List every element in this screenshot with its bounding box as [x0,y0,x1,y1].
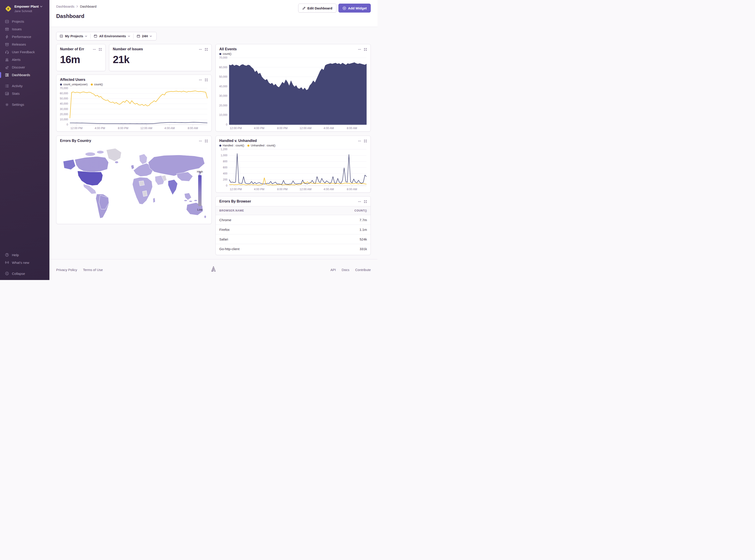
sidebar-item-what-s-new[interactable]: What's new [0,259,50,266]
footer-privacy-policy-link[interactable]: Privacy Policy [56,268,77,272]
card-menu-ellipsis-icon[interactable] [199,48,202,51]
card-menu-ellipsis-icon[interactable] [199,139,202,143]
org-switcher[interactable]: Empower Plant Jane Schmidt [0,0,50,18]
all-events-chart[interactable]: 010,00020,00030,00040,00050,00060,00070,… [216,56,369,131]
svg-text:8:00 PM: 8:00 PM [118,127,129,130]
footer-docs-link[interactable]: Docs [342,268,349,272]
legend-item[interactable]: count_unique(user) [60,83,88,86]
country-alaska[interactable] [63,159,76,169]
legend-item[interactable]: count() [219,52,231,56]
svg-text:20,000: 20,000 [219,104,227,107]
legend-item[interactable]: Handled : count() [219,144,244,147]
add-widget-button[interactable]: Add Widget [338,4,371,13]
help-icon [5,253,9,257]
number-of-errors-value: 16m [56,51,105,65]
country-usa[interactable] [78,171,103,185]
sidebar-item-dashboards[interactable]: Dashboards [0,71,50,79]
sidebar-item-label: Projects [12,20,24,23]
card-expand-icon[interactable] [364,139,367,143]
chevron-down-icon [150,36,152,37]
number-of-issues-value: 21k [109,51,211,65]
table-row[interactable]: Chrome7.7m [216,215,370,225]
projects-icon [5,20,9,24]
footer-terms-of-use-link[interactable]: Terms of Use [83,268,103,272]
card-expand-icon[interactable] [205,78,208,81]
region-indonesia[interactable] [189,201,192,202]
card-menu-ellipsis-icon[interactable] [358,200,361,203]
handled-v-unhandled-chart[interactable]: 02004006008001,0001,20012:00 PM4:00 PM8:… [216,147,369,192]
table-row[interactable]: Safari524k [216,235,370,244]
date-range-filter[interactable]: 24H [134,32,155,40]
card-expand-icon[interactable] [364,48,367,51]
legend-label: count_unique(user) [63,83,88,86]
sidebar-item-label: Issues [12,27,22,31]
pencil-icon [302,6,306,10]
card-expand-icon[interactable] [205,139,208,143]
card-title: Number of Issues [113,47,143,51]
table-row[interactable]: Firefox1.1m [216,225,370,235]
card-menu-ellipsis-icon[interactable] [199,78,202,81]
country-new-zealand[interactable] [204,215,206,218]
region-se-asia[interactable] [184,193,191,200]
arctic-islands[interactable] [97,151,104,154]
legend-label: Unhandled : count() [251,144,275,147]
sidebar-item-releases[interactable]: Releases [0,41,50,48]
count-cell: 7.7m [360,218,367,222]
edit-dashboard-button[interactable]: Edit Dashboard [298,4,336,13]
legend-item[interactable]: count() [91,83,103,86]
projects-filter-icon [60,34,63,38]
country-uk[interactable] [131,165,134,169]
sidebar-item-performance[interactable]: Performance [0,33,50,41]
legend-item[interactable]: Unhandled : count() [247,144,275,147]
country-mexico[interactable] [83,184,96,194]
sidebar-item-stats[interactable]: Stats [0,90,50,97]
sidebar-item-collapse[interactable]: Collapse [0,270,50,277]
sidebar-item-alerts[interactable]: Alerts [0,56,50,63]
country-china[interactable] [177,172,193,181]
sidebar-item-issues[interactable]: Issues [0,25,50,33]
chevron-down-icon [128,36,130,37]
sidebar-item-discover[interactable]: Discover [0,63,50,71]
sidebar-item-user-feedback[interactable]: User Feedback [0,48,50,56]
affected-users-chart[interactable]: 010,00020,00030,00040,00050,00060,00070,… [57,86,210,131]
country-iceland[interactable] [115,161,118,163]
region-scandinavia[interactable] [139,154,147,164]
card-expand-icon[interactable] [364,200,367,203]
sidebar-item-projects[interactable]: Projects [0,18,50,25]
svg-text:8:00 AM: 8:00 AM [188,127,198,130]
card-menu-ellipsis-icon[interactable] [358,139,361,143]
card-title: Handled v. Unhandled [219,139,257,143]
org-user: Jane Schmidt [14,9,32,13]
card-expand-icon[interactable] [99,48,102,51]
card-title: All Events [219,47,237,51]
breadcrumb-dashboards-link[interactable]: Dashboards [56,4,74,8]
country-madagascar[interactable] [153,198,155,203]
svg-text:12:00 AM: 12:00 AM [140,127,152,130]
card-title: Errors By Browser [219,199,251,203]
sidebar-item-settings[interactable]: Settings [0,101,50,108]
region-indonesia[interactable] [184,200,188,201]
card-menu-ellipsis-icon[interactable] [358,48,361,51]
environments-filter[interactable]: All Environments [91,32,133,40]
region-africa-gray-2[interactable] [142,191,147,197]
user-feedback-icon [5,50,9,54]
region-russia-asia[interactable] [148,155,205,176]
country-greenland[interactable] [106,148,121,161]
footer-contribute-link[interactable]: Contribute [355,268,371,272]
region-africa-gray-1[interactable] [139,181,144,186]
table-row[interactable]: Go-http-client331k [216,244,370,254]
card-menu-ellipsis-icon[interactable] [93,48,96,51]
sidebar-item-label: Stats [12,92,20,96]
svg-text:70,000: 70,000 [60,87,68,90]
world-map: High Low [59,143,209,224]
svg-text:4:00 AM: 4:00 AM [324,188,334,191]
card-expand-icon[interactable] [205,48,208,51]
sidebar-item-help[interactable]: Help [0,251,50,259]
sidebar-item-label: User Feedback [12,50,35,54]
footer-api-link[interactable]: API [330,268,336,272]
svg-text:600: 600 [223,166,227,169]
sidebar-item-label: Activity [12,84,23,88]
sidebar-item-activity[interactable]: Activity [0,82,50,90]
projects-filter[interactable]: My Projects [56,32,90,40]
arctic-islands[interactable] [85,152,95,156]
